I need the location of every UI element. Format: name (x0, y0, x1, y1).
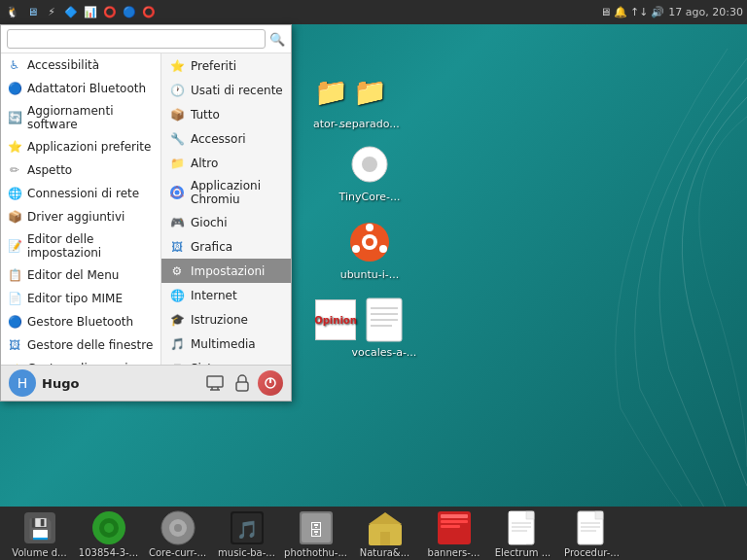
menu-search-input[interactable] (7, 29, 266, 49)
menu-right-label: Istruzione (191, 313, 248, 327)
menu-right-label: Impostazioni (191, 264, 265, 278)
editor-imp-icon: 📝 (7, 238, 22, 254)
taskbar-left-icons: 🐧 🖥 ⚡ 🔷 📊 ⭕ 🔵 ⭕ (4, 4, 158, 21)
taskbar-bottom: 💾 Volume d... 103854-3-... Core-curr-... (0, 507, 747, 560)
menu-item-editor-imp[interactable]: 📝 Editor delle impostazioni (1, 228, 160, 263)
menu-right-istruzione[interactable]: 🎓 Istruzione (161, 307, 291, 332)
taskbar-icon-display[interactable]: 🖥 (600, 6, 611, 18)
menu-item-accessibilita[interactable]: ♿ Accessibilità (1, 53, 160, 77)
driver-icon: 📦 (7, 209, 22, 225)
svg-rect-43 (441, 520, 468, 523)
natura-label: Natura&... (360, 547, 409, 558)
editor-menu-icon: 📋 (7, 267, 22, 283)
menu-item-label: Aspetto (27, 163, 72, 177)
grafica-icon: 🖼 (169, 239, 185, 255)
taskbar-icon-bell[interactable]: 🔔 (614, 6, 627, 18)
menu-item-energia[interactable]: ⚡ Gestore di energia (1, 357, 160, 365)
menu-right-tutto[interactable]: 📦 Tutto (161, 102, 291, 126)
taskbar-core[interactable]: Core-curr-... (146, 509, 209, 558)
taskbar-photo[interactable]: 🗄 phothothu-... (284, 509, 347, 558)
taskbar-procedur[interactable]: Procedur-... (560, 509, 623, 558)
menu-right-giochi[interactable]: 🎮 Giochi (161, 210, 291, 234)
taskbar-music[interactable]: 🎵 music-ba-... (215, 509, 278, 558)
menu-search-icon[interactable]: 🔍 (269, 32, 285, 47)
apppreferite-icon: ⭐ (7, 139, 22, 155)
menu-item-driver[interactable]: 📦 Driver aggiuntivi (1, 205, 160, 228)
taskbar-icon-volume[interactable]: 🔊 (651, 6, 664, 18)
menu-right-preferiti[interactable]: ⭐ Preferiti (161, 53, 291, 78)
menu-right-label: Preferiti (191, 59, 236, 73)
accessori-icon: 🔧 (169, 131, 185, 147)
menu-item-label: Editor tipo MIME (27, 292, 123, 305)
menu-right-multimedia[interactable]: 🎵 Multimedia (161, 332, 291, 356)
istruzione-icon: 🎓 (169, 312, 185, 328)
menu-item-editor-menu[interactable]: 📋 Editor del Menu (1, 263, 160, 287)
electrum-icon (505, 509, 542, 546)
taskbar-natura[interactable]: Natura&... (353, 509, 416, 558)
svg-text:🗄: 🗄 (308, 521, 324, 540)
menu-item-label: Gestore delle finestre (27, 338, 153, 352)
menu-item-gestore-bt[interactable]: 🔵 Gestore Bluetooth (1, 310, 160, 333)
menu-right-chromium[interactable]: Applicazioni Chromiu (161, 175, 291, 210)
tutto-icon: 📦 (169, 107, 185, 122)
taskbar-app-icon-2[interactable]: ⚡ (43, 4, 60, 21)
menu-right-panel: ⭐ Preferiti 🕐 Usati di recente 📦 Tutto 🔧… (161, 53, 291, 365)
taskbar-electrum[interactable]: Electrum ... (491, 509, 554, 558)
menu-lock-icon[interactable] (231, 371, 254, 395)
menu-item-rete[interactable]: 🌐 Connessioni di rete (1, 182, 160, 205)
svg-point-8 (379, 245, 387, 253)
taskbar-app-icon-1[interactable]: 🖥 (23, 4, 41, 21)
menu-right-sistema[interactable]: 🖥 Sistema (161, 356, 291, 365)
menu-power-button[interactable] (258, 370, 283, 396)
desktop-icon-label: vocales-a-... (352, 346, 417, 359)
desktop-icon-img (361, 297, 408, 343)
menu-item-label: Driver aggiuntivi (27, 210, 124, 224)
taskbar-app-icon-4[interactable]: 📊 (82, 4, 99, 21)
menu-item-label: Editor del Menu (27, 268, 119, 282)
taskbar-volume[interactable]: 💾 Volume d... (8, 509, 71, 558)
taskbar-app-icon-3[interactable]: 🔷 (62, 4, 80, 21)
taskbar-icon-network[interactable]: ↑↓ (630, 6, 648, 18)
chromium-icon (169, 185, 185, 200)
menu-item-bluetooth[interactable]: 🔵 Adattatori Bluetooth (1, 77, 160, 100)
menu-right-label: Usati di recente (191, 84, 283, 97)
photo-icon: 🗄 (298, 509, 335, 546)
menu-right-accessori[interactable]: 🔧 Accessori (161, 126, 291, 151)
menu-item-label: Connessioni di rete (27, 187, 139, 200)
menu-item-gestore-finestre[interactable]: 🖼 Gestore delle finestre (1, 333, 160, 357)
procedur-icon (574, 509, 611, 546)
svg-rect-18 (207, 376, 223, 387)
music-icon: 🎵 (229, 509, 266, 546)
menu-item-apppreferite[interactable]: ⭐ Applicazioni preferite (1, 135, 160, 158)
svg-rect-52 (595, 511, 603, 519)
desktop-icon-vocales[interactable]: vocales-a-... (350, 297, 418, 359)
desktop-icon-ator[interactable]: 📁 ator-... (297, 68, 365, 130)
menu-screen-icon[interactable] (203, 371, 227, 395)
menu-item-aggiornamenti[interactable]: 🔄 Aggiornamenti software (1, 100, 160, 135)
editor-mime-icon: 📄 (7, 291, 22, 306)
menu-right-altro[interactable]: 📁 Altro (161, 151, 291, 175)
desktop-icon-label: ator-... (313, 118, 348, 130)
menu-right-internet[interactable]: 🌐 Internet (161, 283, 291, 307)
menu-item-label: Adattatori Bluetooth (27, 82, 146, 95)
taskbar-system-icons: 🖥 🔔 ↑↓ 🔊 (600, 6, 664, 18)
menu-right-impostazioni[interactable]: ⚙ Impostazioni (161, 259, 291, 283)
taskbar-app-icon-6[interactable]: 🔵 (121, 4, 138, 21)
taskbar-right: 🖥 🔔 ↑↓ 🔊 17 ago, 20:30 (600, 6, 743, 18)
taskbar-103854[interactable]: 103854-3-... (77, 509, 140, 558)
taskbar-app-icon-7[interactable]: ⭕ (140, 4, 158, 21)
menu-right-grafica[interactable]: 🖼 Grafica (161, 234, 291, 259)
taskbar-app-icon-5[interactable]: ⭕ (101, 4, 119, 21)
taskbar-banners[interactable]: banners-... (422, 509, 485, 558)
aggiornamenti-icon: 🔄 (7, 110, 22, 125)
desktop-icon-ubuntu[interactable]: ubuntu-i-... (336, 219, 404, 281)
svg-point-7 (366, 224, 374, 231)
menu-user[interactable]: H Hugo (9, 369, 196, 397)
menu-right-recenti[interactable]: 🕐 Usati di recente (161, 78, 291, 102)
desktop-icon-tinycore[interactable]: TinyCore-... (336, 141, 404, 203)
menu-item-aspetto[interactable]: ✏ Aspetto (1, 158, 160, 182)
taskbar-app-icon-0[interactable]: 🐧 (4, 4, 21, 21)
menu-right-label: Tutto (191, 108, 220, 122)
gestore-bt-icon: 🔵 (7, 314, 22, 330)
menu-item-editor-mime[interactable]: 📄 Editor tipo MIME (1, 287, 160, 310)
